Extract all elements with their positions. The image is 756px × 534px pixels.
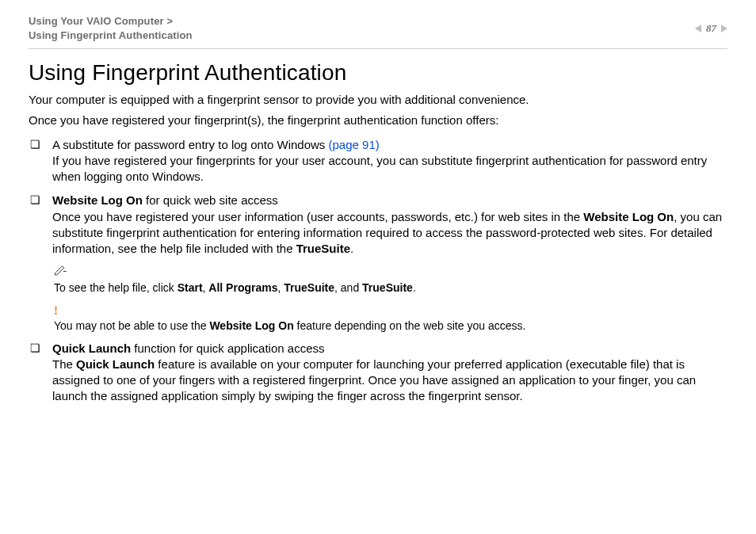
page-title: Using Fingerprint Authentication [29, 60, 727, 86]
text-run: To see the help file, click [54, 281, 178, 294]
bullet-icon: ❏ [30, 193, 41, 207]
next-page-icon[interactable] [721, 25, 727, 32]
page-number: 87 [706, 22, 716, 35]
bullet-icon: ❏ [30, 138, 41, 151]
text-bold: All Programs [208, 281, 277, 294]
text-run: . [413, 281, 416, 294]
text-bold: TrueSuite [296, 242, 350, 255]
text-bold: Website Log On [209, 319, 293, 332]
text-bold: TrueSuite [362, 281, 413, 294]
text-run: A substitute for password entry to log o… [52, 138, 329, 151]
text-bold: Website Log On [583, 210, 674, 223]
intro-paragraph-1: Your computer is equipped with a fingerp… [29, 92, 727, 108]
list-item: ❏ Quick Launch function for quick applic… [30, 341, 727, 405]
warning-icon: ! [54, 305, 727, 317]
intro-paragraph-2: Once you have registered your fingerprin… [29, 113, 727, 128]
text-run: feature depending on the web site you ac… [294, 319, 526, 332]
text-run: . [350, 242, 353, 255]
list-item: ❏ A substitute for password entry to log… [30, 137, 727, 185]
list-item-text: Website Log On for quick web site access… [52, 193, 727, 257]
list-item-text: Quick Launch function for quick applicat… [52, 341, 727, 405]
text-run: The [52, 357, 76, 371]
bullet-icon: ❏ [30, 341, 41, 355]
text-bold: Quick Launch [52, 341, 131, 355]
pencil-note-icon [54, 265, 727, 279]
text-bold: Start [178, 281, 203, 294]
breadcrumb-current: Using Fingerprint Authentication [29, 29, 193, 43]
breadcrumb: Using Your VAIO Computer > Using Fingerp… [29, 14, 193, 42]
breadcrumb-parent[interactable]: Using Your VAIO Computer > [29, 14, 193, 29]
list-item-text: A substitute for password entry to log o… [52, 137, 727, 185]
text-run: for quick web site access [143, 193, 278, 207]
feature-list: ❏ A substitute for password entry to log… [29, 137, 727, 405]
header-divider [29, 48, 727, 49]
text-run: You may not be able to use the [54, 319, 209, 332]
note-block: To see the help file, click Start, All P… [54, 265, 727, 332]
text-run: function for quick application access [131, 341, 324, 355]
text-bold: TrueSuite [284, 281, 334, 294]
text-bold: Website Log On [52, 193, 143, 207]
warning-note: You may not be able to use the Website L… [54, 318, 727, 333]
list-item: ❏ Website Log On for quick web site acce… [30, 193, 727, 257]
page-nav: 87 [695, 14, 727, 35]
text-run: , and [334, 281, 362, 294]
tip-note: To see the help file, click Start, All P… [54, 280, 727, 295]
page-link[interactable]: (page 91) [329, 138, 380, 151]
text-run: Once you have registered your user infor… [52, 210, 583, 223]
text-run: If you have registered your fingerprints… [52, 154, 707, 183]
text-bold: Quick Launch [76, 357, 155, 371]
prev-page-icon[interactable] [695, 25, 701, 32]
